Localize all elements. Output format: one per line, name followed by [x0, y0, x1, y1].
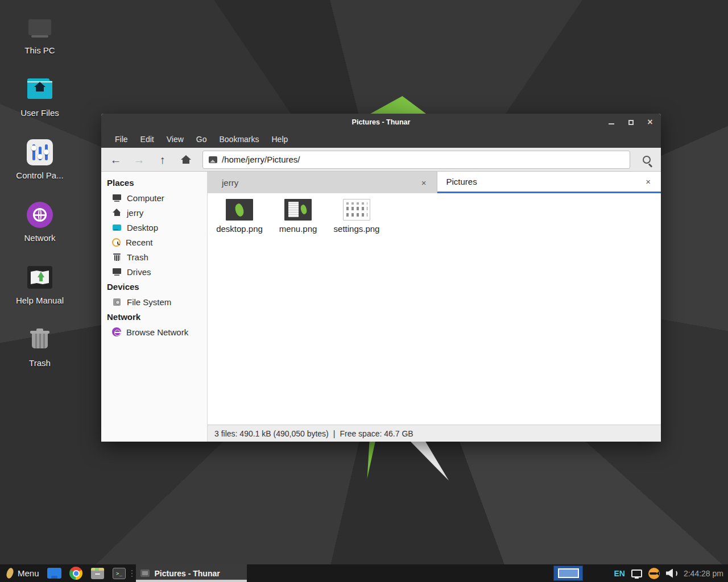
- browser-launcher[interactable]: [69, 566, 84, 581]
- sidebar-item-label: Desktop: [127, 223, 158, 232]
- file-name: settings.png: [334, 224, 380, 234]
- menu-file[interactable]: File: [109, 131, 134, 148]
- home-button[interactable]: [175, 150, 197, 169]
- image-file-icon: [209, 156, 217, 163]
- close-button[interactable]: ×: [646, 118, 654, 126]
- sidebar-item-label: jerry: [127, 208, 143, 218]
- quick-launchers: >_: [47, 566, 127, 581]
- sidebar-header-devices: Devices: [101, 279, 207, 294]
- window-icon: [47, 568, 61, 579]
- volume-icon[interactable]: [666, 569, 677, 578]
- tab-close-icon[interactable]: ×: [419, 177, 429, 189]
- start-menu-label: Menu: [18, 568, 39, 578]
- desktop-icon-control-panel[interactable]: Control Pa...: [11, 139, 68, 189]
- trash-icon: [26, 326, 53, 354]
- maximize-button[interactable]: [627, 118, 635, 126]
- status-free-space: Free space: 46.7 GB: [340, 429, 413, 438]
- status-bar: 3 files: 490.1 kB (490,050 bytes) | Free…: [208, 425, 661, 442]
- terminal-launcher[interactable]: >_: [112, 566, 127, 581]
- location-bar[interactable]: /home/jerry/Pictures/: [202, 151, 630, 169]
- folder-icon: [112, 223, 122, 232]
- desktop-icon-network[interactable]: Network: [11, 201, 68, 251]
- sidebar-item-label: Trash: [127, 252, 148, 262]
- desktop-icon-label: Control Pa...: [16, 171, 63, 180]
- globe-icon: [112, 327, 121, 336]
- back-arrow-icon: ←: [110, 154, 122, 165]
- file-manager-launcher[interactable]: [90, 566, 105, 581]
- back-button[interactable]: ←: [105, 150, 127, 169]
- file-name: menu.png: [279, 224, 317, 234]
- sidebar-item-label: Computer: [127, 193, 164, 203]
- image-thumbnail: [343, 199, 370, 221]
- desktop-icon-label: Trash: [29, 358, 51, 368]
- show-desktop-button[interactable]: [47, 566, 62, 581]
- wallpaper-mint-logo-top: [367, 96, 426, 114]
- image-thumbnail: [284, 199, 312, 221]
- window-titlebar[interactable]: Pictures - Thunar ×: [101, 114, 661, 131]
- thunar-window: Pictures - Thunar × File Edit View Go Bo…: [101, 114, 661, 442]
- tab-bar: jerry × Pictures ×: [208, 172, 661, 193]
- computer-icon: [112, 193, 122, 203]
- keyboard-layout-indicator[interactable]: EN: [614, 569, 624, 578]
- desktop-icon-user-files[interactable]: User Files: [11, 76, 68, 126]
- clock-icon: [112, 238, 121, 247]
- sidebar-item-computer[interactable]: Computer: [101, 190, 207, 205]
- sidebar-item-file-system[interactable]: File System: [101, 294, 207, 309]
- desktop-icon-trash[interactable]: Trash: [11, 326, 68, 376]
- file-list[interactable]: desktop.png menu.png settings.png: [208, 193, 661, 425]
- search-button[interactable]: [635, 150, 659, 169]
- menu-bar: File Edit View Go Bookmarks Help: [101, 131, 661, 148]
- home-folder-icon: [26, 76, 53, 103]
- desktop-icon-help-manual[interactable]: Help Manual: [11, 264, 68, 314]
- workspace-switcher[interactable]: [553, 566, 583, 581]
- disk-icon: [112, 297, 122, 307]
- sidebar-item-trash[interactable]: Trash: [101, 250, 207, 264]
- display-icon[interactable]: [631, 569, 642, 577]
- start-menu-button[interactable]: Menu: [3, 564, 43, 582]
- tab-pictures[interactable]: Pictures ×: [437, 172, 661, 193]
- system-tray: EN 2:44:28 pm: [614, 568, 723, 579]
- file-desktop-png[interactable]: desktop.png: [211, 197, 268, 234]
- tab-jerry[interactable]: jerry ×: [208, 172, 437, 193]
- desktop-icon-label: Network: [24, 233, 55, 243]
- sidebar-item-jerry[interactable]: jerry: [101, 205, 207, 220]
- toolbar: ← → ↑ /home/jerry/Pictures/: [101, 148, 661, 172]
- update-manager-icon[interactable]: [648, 568, 660, 579]
- menu-bookmarks[interactable]: Bookmarks: [213, 131, 265, 148]
- up-button[interactable]: ↑: [151, 150, 173, 169]
- content-pane: jerry × Pictures × desktop.png menu.png: [208, 172, 661, 442]
- window-controls: ×: [607, 114, 654, 131]
- task-button-label: Pictures - Thunar: [155, 569, 220, 578]
- sidebar-header-network: Network: [101, 309, 207, 325]
- wallpaper-blade-shape: [408, 441, 450, 483]
- window-title: Pictures - Thunar: [101, 118, 661, 126]
- sidebar-item-label: Recent: [126, 238, 153, 247]
- sidebar-item-desktop[interactable]: Desktop: [101, 220, 207, 235]
- desktop-icon-column: This PC User Files Control Pa... Network…: [11, 14, 68, 376]
- panel-separator-handle[interactable]: [130, 568, 134, 579]
- menu-view[interactable]: View: [160, 131, 190, 148]
- menu-help[interactable]: Help: [266, 131, 295, 148]
- file-settings-png[interactable]: settings.png: [328, 197, 385, 234]
- menu-edit[interactable]: Edit: [134, 131, 160, 148]
- file-menu-png[interactable]: menu.png: [270, 197, 326, 234]
- up-arrow-icon: ↑: [160, 154, 166, 165]
- menu-go[interactable]: Go: [190, 131, 213, 148]
- sidebar-header-places: Places: [101, 175, 207, 190]
- tab-label: jerry: [222, 178, 238, 188]
- status-divider: |: [333, 429, 336, 438]
- terminal-icon: >_: [113, 568, 126, 579]
- task-button-thunar[interactable]: Pictures - Thunar: [136, 564, 247, 582]
- sidebar-item-browse-network[interactable]: Browse Network: [101, 325, 207, 339]
- desktop-icon-this-pc[interactable]: This PC: [11, 14, 68, 64]
- tab-close-icon[interactable]: ×: [643, 176, 653, 188]
- sidebar-item-drives[interactable]: Drives: [101, 264, 207, 279]
- sidebar-item-recent[interactable]: Recent: [101, 235, 207, 250]
- forward-button[interactable]: →: [128, 150, 150, 169]
- desktop-icon-label: User Files: [20, 108, 59, 118]
- help-manual-icon: [26, 264, 53, 291]
- minimize-button[interactable]: [607, 118, 615, 126]
- thunar-window-icon: [140, 569, 150, 577]
- desktop-icon-label: Help Manual: [16, 296, 64, 305]
- clock[interactable]: 2:44:28 pm: [684, 569, 723, 578]
